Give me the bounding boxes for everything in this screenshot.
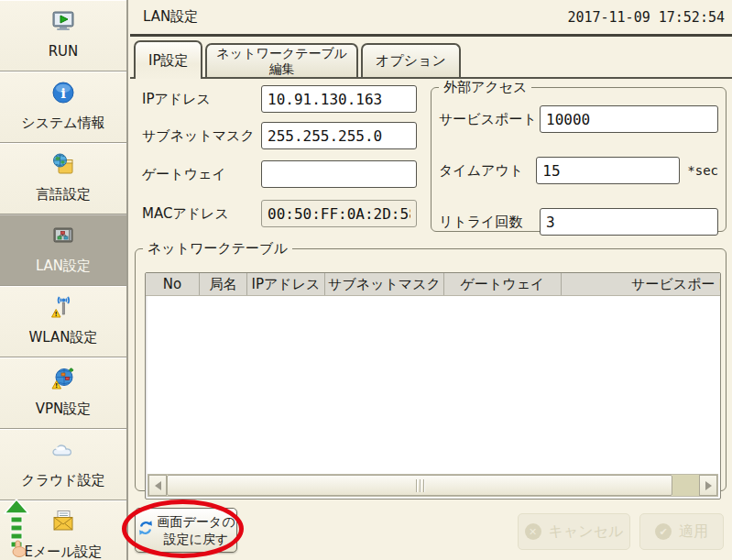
scrollbar-thumb[interactable] [167, 475, 672, 496]
column-header-gateway: ゲートウェイ [443, 273, 561, 295]
sidebar-item-system-info[interactable]: i システム情報 [0, 71, 126, 143]
sidebar: RUN i システム情報 [0, 0, 128, 560]
tab-bar: IP設定 ネットワークテーブル 編集 オプション [130, 39, 732, 79]
tab-ip-settings[interactable]: IP設定 [134, 40, 202, 79]
restore-button-line1: 画面データの [158, 513, 235, 530]
sidebar-item-label: LAN設定 [36, 258, 91, 275]
lan-settings-screen: RUN i システム情報 [0, 0, 732, 560]
column-header-no: No [146, 273, 199, 295]
svg-text:i: i [60, 85, 66, 102]
ip-address-input[interactable] [261, 85, 417, 113]
sidebar-item-vpn[interactable]: ! VPN設定 [0, 357, 126, 429]
footer-bar: 画面データの 設定に戻す ✕ キャンセル ✔ 適用 [130, 502, 732, 560]
tab-network-table-edit[interactable]: ネットワークテーブル 編集 [205, 43, 358, 77]
tab-options[interactable]: オプション [361, 43, 461, 77]
column-header-station-name: 局名 [199, 273, 246, 295]
sidebar-item-label: Eメール設定 [24, 544, 102, 560]
timeout-unit-label: *sec [687, 163, 718, 178]
gateway-label: ゲートウェイ [142, 166, 261, 183]
vpn-warning-icon: ! [50, 366, 76, 391]
sidebar-item-email[interactable]: Eメール設定 [0, 500, 126, 560]
sidebar-item-label: システム情報 [21, 115, 104, 132]
scrollbar-track[interactable] [672, 475, 699, 496]
horizontal-scrollbar [147, 474, 718, 497]
thumb-grip [423, 479, 424, 492]
svg-text:!: ! [55, 311, 58, 318]
left-arrow-icon [155, 481, 161, 490]
sidebar-item-language[interactable]: 言語設定 [0, 143, 126, 214]
external-access-legend: 外部アクセス [439, 79, 531, 96]
column-header-ip-address: IPアドレス [246, 273, 324, 295]
page-title: LAN設定 [143, 8, 198, 26]
apply-button-label: 適用 [679, 522, 708, 542]
thumb-grip [416, 479, 417, 492]
sidebar-item-lan[interactable]: LAN設定 [0, 214, 126, 286]
thumb-grip [420, 479, 421, 492]
tab-label: IP設定 [148, 52, 188, 70]
cancel-button[interactable]: ✕ キャンセル [518, 513, 630, 550]
apply-check-icon: ✔ [655, 523, 672, 540]
restore-screen-data-button[interactable]: 画面データの 設定に戻す [135, 508, 237, 553]
sidebar-item-label: WLAN設定 [28, 329, 97, 346]
run-monitor-icon [50, 8, 76, 34]
svg-text:!: ! [55, 382, 58, 390]
retry-count-label: リトライ回数 [439, 214, 540, 231]
language-settings-icon [50, 151, 76, 177]
email-envelope-icon [50, 509, 76, 534]
tab-content-ip: IPアドレス サブネットマスク ゲートウェイ MACアドレス 外部アクセス サー… [130, 79, 732, 502]
cloud-icon [50, 437, 76, 463]
main-panel: LAN設定 2017-11-09 17:52:54 IP設定 ネットワークテーブ… [130, 0, 732, 560]
service-port-input[interactable] [540, 105, 718, 133]
apply-button[interactable]: ✔ 適用 [639, 513, 724, 550]
scrollbar-left-arrow[interactable] [148, 475, 167, 496]
right-arrow-icon [705, 481, 712, 490]
sync-icon [137, 520, 154, 540]
restore-button-line2: 設定に戻す [164, 531, 229, 547]
tab-label-line2: 編集 [269, 61, 295, 77]
datetime-display: 2017-11-09 17:52:54 [567, 9, 725, 26]
title-bar: LAN設定 2017-11-09 17:52:54 [130, 0, 732, 37]
scrollbar-right-arrow[interactable] [699, 475, 717, 496]
sidebar-item-label: クラウド設定 [21, 472, 104, 489]
subnet-mask-input[interactable] [261, 122, 417, 149]
gateway-input[interactable] [261, 160, 417, 188]
subnet-mask-label: サブネットマスク [142, 127, 261, 145]
network-table: No 局名 IPアドレス サブネットマスク ゲートウェイ サービスポート [145, 272, 721, 500]
cancel-button-label: キャンセル [549, 522, 624, 542]
network-table-legend: ネットワークテーブル [143, 240, 292, 258]
network-table-body [146, 296, 720, 474]
service-port-label: サービスポート [439, 111, 540, 128]
sidebar-item-label: 言語設定 [36, 186, 91, 203]
network-table-group: ネットワークテーブル No 局名 IPアドレス サブネットマスク ゲートウェイ … [135, 240, 727, 491]
tab-label-line1: ネットワークテーブル [216, 46, 347, 61]
mac-address-field [261, 200, 417, 227]
sidebar-item-label: RUN [49, 43, 79, 60]
sidebar-item-label: VPN設定 [36, 401, 92, 418]
ip-address-label: IPアドレス [142, 91, 261, 108]
retry-count-input[interactable] [540, 208, 718, 236]
sidebar-item-cloud[interactable]: クラウド設定 [0, 429, 126, 500]
timeout-input[interactable] [536, 157, 680, 184]
lan-settings-icon [50, 223, 76, 248]
column-header-service-port: サービスポート [561, 273, 721, 295]
sidebar-item-wlan[interactable]: ! WLAN設定 [0, 286, 126, 357]
tab-label: オプション [376, 52, 446, 70]
sidebar-item-run[interactable]: RUN [0, 0, 126, 71]
mac-address-label: MACアドレス [142, 205, 261, 223]
network-table-header: No 局名 IPアドレス サブネットマスク ゲートウェイ サービスポート [146, 273, 720, 296]
wlan-warning-icon: ! [50, 294, 76, 320]
timeout-label: タイムアウト [439, 162, 536, 180]
external-access-group: 外部アクセス サービスポート タイムアウト *sec リトライ回数 [431, 79, 727, 232]
column-header-subnet-mask: サブネットマスク [324, 273, 443, 295]
cancel-x-icon: ✕ [525, 523, 541, 540]
system-info-icon: i [50, 80, 76, 105]
